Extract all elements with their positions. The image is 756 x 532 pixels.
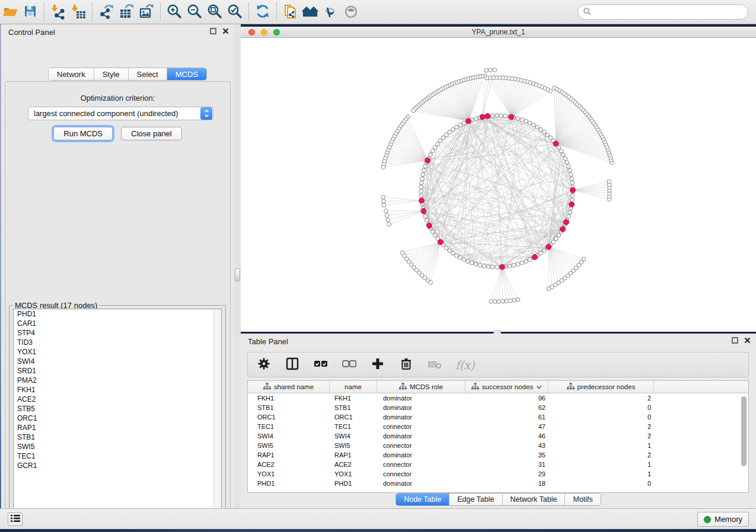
refresh-button[interactable] bbox=[253, 2, 273, 21]
table-row[interactable]: FKH1FKH1dominator962 bbox=[248, 393, 748, 403]
network-window-title: YPA_prune.txt_1 bbox=[472, 28, 525, 36]
zoom-selected-button[interactable] bbox=[225, 2, 245, 21]
cell-MCDS-role: connector bbox=[377, 470, 465, 477]
splitter-handle[interactable] bbox=[235, 268, 240, 281]
deselect-all-rows-button[interactable] bbox=[342, 357, 357, 373]
mcds-result-item[interactable]: ACE2 bbox=[14, 395, 221, 404]
float-table-panel-icon[interactable] bbox=[731, 336, 739, 344]
column-header-name[interactable]: name bbox=[330, 381, 377, 393]
column-visibility-button[interactable] bbox=[285, 357, 300, 373]
tab-select[interactable]: Select bbox=[129, 68, 167, 80]
tab-motifs[interactable]: Motifs bbox=[565, 493, 600, 505]
mcds-result-item[interactable]: PMA2 bbox=[14, 376, 221, 385]
export-table-button[interactable] bbox=[116, 2, 136, 21]
mcds-result-item[interactable]: SWI4 bbox=[14, 357, 221, 366]
column-header-shared-name[interactable]: shared name bbox=[248, 381, 330, 393]
tab-node-table[interactable]: Node Table bbox=[396, 493, 449, 505]
network-graph bbox=[241, 38, 756, 332]
cell-successor-nodes: 43 bbox=[465, 442, 548, 449]
table-row[interactable]: ORC1ORC1dominator610 bbox=[248, 412, 748, 422]
mcds-tab-content: Optimization criterion: largest connecte… bbox=[5, 81, 231, 527]
delete-column-button[interactable] bbox=[398, 357, 414, 373]
tab-network[interactable]: Network bbox=[49, 68, 94, 80]
trash-icon bbox=[399, 357, 413, 373]
close-window-traffic-light[interactable] bbox=[248, 29, 255, 36]
select-all-rows-button[interactable] bbox=[313, 357, 328, 373]
column-label: predecessor nodes bbox=[578, 383, 636, 390]
run-mcds-button[interactable]: Run MCDS bbox=[53, 127, 113, 140]
cell-successor-nodes: 46 bbox=[465, 432, 548, 440]
export-network-button[interactable] bbox=[96, 2, 116, 21]
hide-selected-button[interactable] bbox=[321, 2, 341, 21]
maximize-window-traffic-light[interactable] bbox=[273, 29, 280, 36]
table-row[interactable]: SWI4SWI4dominator462 bbox=[248, 431, 748, 441]
mcds-result-item[interactable]: GCR1 bbox=[14, 461, 221, 470]
search-field[interactable] bbox=[578, 4, 748, 20]
search-icon bbox=[583, 7, 591, 17]
column-header-MCDS-role[interactable]: MCDS role bbox=[377, 381, 465, 393]
network-window-titlebar[interactable]: YPA_prune.txt_1 bbox=[241, 27, 756, 38]
vertical-splitter[interactable] bbox=[234, 24, 241, 508]
table-row[interactable]: ACE2ACE2connector311 bbox=[248, 460, 748, 469]
mcds-result-item[interactable]: RAP1 bbox=[14, 423, 221, 432]
task-history-button[interactable] bbox=[8, 512, 23, 526]
function-builder-button-disabled: f(x) bbox=[455, 358, 475, 371]
tab-edge-table[interactable]: Edge Table bbox=[449, 493, 502, 505]
save-session-button[interactable] bbox=[20, 2, 40, 21]
tab-mcds[interactable]: MCDS bbox=[167, 68, 206, 80]
first-neighbors-button[interactable] bbox=[301, 2, 321, 21]
open-file-button[interactable] bbox=[0, 2, 20, 21]
column-header-predecessor-nodes[interactable]: predecessor nodes bbox=[548, 381, 654, 393]
mcds-result-item[interactable]: TID3 bbox=[14, 338, 221, 347]
mcds-result-item[interactable]: STB1 bbox=[14, 432, 221, 442]
memory-button[interactable]: Memory bbox=[697, 512, 749, 527]
zoom-in-button[interactable] bbox=[164, 2, 184, 21]
network-canvas[interactable] bbox=[241, 38, 756, 332]
table-row[interactable]: YOX1YOX1connector291 bbox=[248, 469, 748, 479]
mcds-result-item[interactable]: TEC1 bbox=[14, 451, 221, 461]
close-panel-button[interactable]: Close panel bbox=[121, 127, 182, 140]
export-image-button[interactable] bbox=[136, 2, 157, 21]
table-row[interactable]: RAP1RAP1dominator352 bbox=[248, 450, 748, 460]
table-settings-button[interactable] bbox=[256, 357, 272, 373]
zoom-fit-button[interactable] bbox=[205, 2, 225, 21]
mcds-list-scrollbar[interactable] bbox=[213, 309, 221, 517]
export-table-icon bbox=[118, 3, 135, 21]
table-scrollbar-thumb[interactable] bbox=[741, 396, 747, 466]
close-panel-icon[interactable] bbox=[222, 27, 229, 35]
search-input[interactable] bbox=[594, 8, 748, 16]
table-row[interactable]: TEC1TEC1connector472 bbox=[248, 422, 748, 431]
zoom-out-button[interactable] bbox=[184, 2, 205, 21]
mcds-result-item[interactable]: STP4 bbox=[14, 328, 221, 338]
mcds-result-item[interactable]: ORC1 bbox=[14, 414, 221, 423]
delete-table-icon bbox=[427, 357, 442, 373]
mcds-result-item[interactable]: STB5 bbox=[14, 404, 221, 414]
cell-shared-name: FKH1 bbox=[248, 395, 330, 402]
import-table-button[interactable] bbox=[68, 2, 88, 21]
mcds-result-item[interactable]: FKH1 bbox=[14, 385, 221, 395]
mcds-result-item[interactable]: PHD1 bbox=[14, 309, 221, 319]
table-row[interactable]: PHD1PHD1dominator180 bbox=[248, 479, 748, 488]
close-table-panel-icon[interactable] bbox=[744, 336, 751, 344]
mcds-result-item[interactable]: SRD1 bbox=[14, 366, 221, 376]
table-row[interactable]: STB1STB1dominator620 bbox=[248, 403, 748, 412]
new-network-from-selection-button[interactable] bbox=[280, 2, 301, 21]
table-row[interactable]: SWI5SWI5connector431 bbox=[248, 441, 748, 450]
minimize-window-traffic-light[interactable] bbox=[261, 29, 267, 36]
import-network-button[interactable] bbox=[48, 2, 68, 21]
table-scrollbar[interactable] bbox=[741, 395, 747, 491]
float-panel-icon[interactable] bbox=[209, 27, 217, 35]
cell-predecessor-nodes: 2 bbox=[548, 432, 654, 440]
mcds-result-item[interactable]: YOX1 bbox=[14, 347, 221, 357]
cell-predecessor-nodes: 0 bbox=[548, 404, 654, 411]
optimization-criterion-select[interactable]: largest connected component (undirected) bbox=[28, 107, 213, 120]
tab-style[interactable]: Style bbox=[94, 68, 129, 80]
column-header-successor-nodes[interactable]: successor nodes bbox=[465, 381, 548, 393]
show-all-button[interactable] bbox=[341, 2, 361, 21]
hierarchy-icon bbox=[263, 383, 271, 391]
mcds-result-item[interactable]: CAR1 bbox=[14, 319, 221, 328]
mcds-result-item[interactable]: SWI5 bbox=[14, 442, 221, 451]
tab-network-table[interactable]: Network Table bbox=[503, 493, 566, 505]
add-column-button[interactable] bbox=[370, 357, 385, 373]
node-table: shared namenameMCDS rolesuccessor nodesp… bbox=[247, 380, 749, 493]
